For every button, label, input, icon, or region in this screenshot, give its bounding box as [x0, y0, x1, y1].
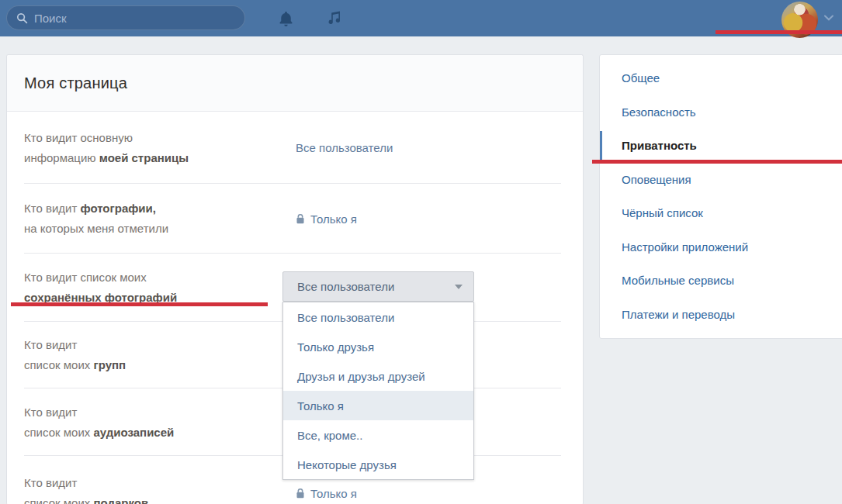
page-title: Моя страница: [24, 74, 127, 92]
row-label: Кто видит список моих подарков: [7, 473, 279, 504]
visibility-dropdown: Все пользователи Только друзья Друзья и …: [282, 302, 474, 480]
select-option[interactable]: Все пользователи: [283, 302, 473, 332]
notifications-bell-icon[interactable]: [274, 7, 297, 30]
selected-option-label: Все пользователи: [297, 280, 455, 293]
row-label: Кто видит фотографии, на которых меня от…: [7, 198, 279, 239]
select-option[interactable]: Некоторые друзья: [283, 450, 473, 479]
privacy-row-main-info: Кто видит основную информацию моей стран…: [7, 112, 583, 184]
sidebar-item-app-settings[interactable]: Настройки приложений: [600, 230, 842, 264]
privacy-value-link[interactable]: Только я: [310, 212, 357, 226]
row-label: Кто видит список моих групп: [7, 335, 279, 375]
select-option[interactable]: Друзья и друзья друзей: [283, 361, 473, 391]
sidebar-item-mobile-services[interactable]: Мобильные сервисы: [600, 264, 842, 298]
privacy-row-tagged-photos: Кто видит фотографии, на которых меня от…: [7, 184, 583, 254]
search-input[interactable]: [34, 12, 235, 25]
sidebar-item-privacy[interactable]: Приватность: [600, 129, 842, 163]
select-option[interactable]: Все, кроме..: [283, 420, 473, 450]
row-label: Кто видит основную информацию моей стран…: [7, 128, 279, 168]
privacy-settings-panel: Моя страница Кто видит основную информац…: [6, 54, 584, 504]
sidebar-item-notifications[interactable]: Оповещения: [600, 163, 842, 197]
annotation-underline-privacy-item: [592, 160, 842, 164]
annotation-underline-avatar: [716, 30, 842, 34]
chevron-down-icon: [455, 285, 463, 289]
select-option[interactable]: Только я: [283, 391, 473, 420]
visibility-select[interactable]: Все пользователи: [282, 271, 474, 302]
chevron-down-icon[interactable]: [824, 15, 833, 21]
select-option[interactable]: Только друзья: [283, 332, 473, 361]
privacy-value-link[interactable]: Все пользователи: [296, 141, 393, 154]
sidebar-item-blacklist[interactable]: Чёрный список: [600, 196, 842, 230]
search-box[interactable]: [6, 5, 245, 30]
vk-privacy-settings-page: Моя страница Кто видит основную информац…: [0, 0, 842, 504]
lock-icon: [296, 488, 305, 499]
annotation-underline-saved-photos-label: [11, 302, 268, 306]
search-icon: [16, 12, 28, 24]
sidebar-item-payments[interactable]: Платежи и переводы: [600, 298, 842, 332]
lock-icon: [296, 213, 305, 225]
music-icon[interactable]: [322, 7, 345, 30]
panel-header: Моя страница: [7, 55, 583, 112]
row-label: Кто видит список моих аудиозаписей: [7, 402, 279, 443]
sidebar-item-general[interactable]: Общее: [600, 61, 842, 95]
sidebar-item-security[interactable]: Безопасность: [600, 95, 842, 129]
privacy-value-link[interactable]: Только я: [310, 487, 357, 500]
settings-sidebar: Общее Безопасность Приватность Оповещени…: [599, 54, 842, 339]
